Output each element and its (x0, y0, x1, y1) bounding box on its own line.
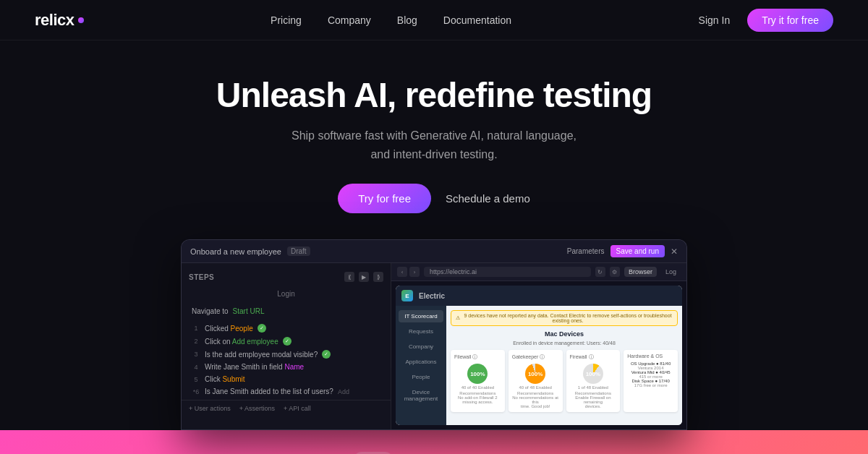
step-5-text: Click Submit (205, 375, 245, 383)
app-topbar: Onboard a new employee Draft Parameters … (182, 240, 686, 263)
nav-links: Pricing Company Blog Documentation (271, 14, 511, 27)
app-draft-badge: Draft (287, 247, 310, 256)
login-label: Login (189, 290, 383, 298)
inner-card-gatekeeper: Gatekeeper ⓘ 100% 40 of 48 Enabled Recom… (509, 350, 563, 412)
inner-sidebar-people[interactable]: People (399, 371, 443, 383)
nav-company[interactable]: Company (328, 14, 371, 26)
browser-refresh-button[interactable]: ↻ (595, 267, 605, 277)
step-1-num: 1 (192, 325, 200, 332)
nav-actions: Sign In Try it for free (699, 9, 833, 32)
inner-mac-devices-title: Mac Devices (451, 330, 678, 338)
inner-card-filewall: Filewall ⓘ 100% 40 of 40 Enabled Recomme… (451, 350, 505, 412)
browser-toolbar: ‹ › https://electric.ai ↻ ⚙ Browser Log (391, 263, 686, 281)
inner-alert: ⚠ 9 devices have not reported any data. … (451, 310, 678, 326)
play-icon[interactable]: ▶ (359, 272, 369, 282)
nav-pricing[interactable]: Pricing (271, 14, 302, 26)
browser-back-button[interactable]: ‹ (397, 267, 407, 277)
logo: relicx (35, 11, 84, 30)
app-title-area: Onboard a new employee Draft (190, 247, 310, 256)
steps-label: Steps (189, 273, 214, 281)
navigate-section: Navigate to Start URL (182, 303, 391, 320)
assertions-tag[interactable]: Assertions (239, 405, 275, 412)
bottom-brand-name: Relicx (408, 450, 514, 454)
card-filewall-circle: 100% (467, 364, 488, 384)
navigate-label: Navigate to (192, 307, 229, 315)
step-5-num: 5 (192, 376, 200, 383)
app-title: Onboard a new employee (190, 247, 281, 256)
step-3-check: ✓ (322, 350, 331, 359)
inner-card-hardware: Hardware & OS OS Upgrade ● 81/40 Ventura… (624, 350, 678, 412)
start-url-link[interactable]: Start URL (233, 307, 265, 315)
step-1: 1 Clicked People ✓ (189, 322, 383, 335)
hero-section: Unleash AI, redefine testing Ship softwa… (0, 40, 868, 430)
hero-buttons: Try for free Schedule a demo (0, 184, 868, 213)
step-4: 4 Write Jane Smith in field Name (189, 361, 383, 373)
browser-url-bar[interactable]: https://electric.ai (424, 267, 591, 277)
sign-in-link[interactable]: Sign In (699, 14, 731, 26)
hero-subheadline: Ship software fast with Generative AI, n… (0, 127, 868, 163)
browser-forward-button[interactable]: › (409, 267, 420, 277)
inner-cards-row: Filewall ⓘ 100% 40 of 40 Enabled Recomme… (451, 350, 678, 412)
card-firewall-title: Firewall ⓘ (570, 354, 617, 361)
inner-app-name: Electric (419, 292, 445, 300)
parameters-button[interactable]: Parameters (567, 247, 605, 255)
browser-panel: ‹ › https://electric.ai ↻ ⚙ Browser Log (391, 263, 686, 429)
logo-dot-icon (78, 17, 84, 23)
step-1-check: ✓ (258, 324, 266, 333)
browser-tab[interactable]: Browser (624, 267, 657, 277)
user-actions-tag[interactable]: User actions (189, 405, 231, 412)
step-4-text: Write Jane Smith in field Name (205, 363, 304, 371)
step-2: 2 Click on Add employee ✓ (189, 335, 383, 348)
inner-topbar: E Electric (396, 286, 682, 306)
step-2-num: 2 (192, 338, 200, 345)
inner-sidebar-scorecard[interactable]: IT Scorecard (399, 310, 443, 322)
api-call-tag[interactable]: API call (284, 405, 311, 412)
browser-settings-button[interactable]: ⚙ (610, 267, 620, 277)
log-tab[interactable]: Log (661, 267, 681, 277)
inner-main: ⚠ 9 devices have not reported any data. … (446, 306, 682, 425)
navigate-item: Navigate to Start URL (189, 305, 383, 317)
step-6-add[interactable]: Add (338, 388, 349, 395)
inner-sidebar-device[interactable]: Device management (399, 386, 443, 405)
inner-app: E Electric IT Scorecard Requests Company… (396, 286, 682, 425)
fast-forward-icon[interactable]: ⟫ (373, 272, 383, 282)
nav-try-free-button[interactable]: Try it for free (747, 9, 833, 32)
inner-mac-devices-sub: Enrolled in device management: Users: 40… (451, 340, 678, 346)
step-2-text: Click on Add employee (205, 338, 278, 346)
hero-try-free-button[interactable]: Try for free (338, 184, 431, 213)
step-2-check: ✓ (283, 337, 292, 346)
card-hardware-details: OS Upgrade ● 81/40 Ventura 2014 Ventura … (627, 361, 674, 387)
add-employee-section: 1 Clicked People ✓ 2 Click on Add employ… (182, 320, 391, 400)
card-firewall-recommendation: RecommendationsEnable Firewall on remain… (570, 391, 617, 408)
step-actions-bar: User actions Assertions API call (182, 400, 391, 416)
browser-tab-buttons: Browser Log (624, 267, 681, 277)
card-firewall-circle: 100% (583, 364, 603, 384)
inner-logo-mark: E (401, 290, 413, 301)
step-6: *6 Is Jane Smith added to the list of us… (189, 385, 383, 398)
login-section: Login (182, 288, 391, 303)
nav-blog[interactable]: Blog (397, 14, 417, 26)
step-3-text: Is the add employee modal visible? (205, 351, 318, 359)
card-gatekeeper-title: Gatekeeper ⓘ (512, 354, 559, 361)
rewind-icon[interactable]: ⟪ (344, 272, 354, 282)
hero-headline: Unleash AI, redefine testing (0, 75, 868, 115)
save-run-button[interactable]: Save and run (610, 245, 665, 257)
app-preview-wrapper: Onboard a new employee Draft Parameters … (181, 239, 687, 430)
steps-icons: ⟪ ▶ ⟫ (344, 272, 383, 282)
close-button[interactable]: ✕ (671, 247, 678, 257)
inner-sidebar-company[interactable]: Company (399, 340, 443, 353)
logo-text: relicx (35, 11, 75, 30)
hero-schedule-demo-link[interactable]: Schedule a demo (446, 192, 530, 205)
inner-card-firewall: Firewall ⓘ 100% 1 of 48 Enabled Recommen… (566, 350, 621, 412)
nav-documentation[interactable]: Documentation (443, 14, 511, 26)
card-filewall-recommendation: RecommendationsNo add-on Filewall 2missi… (454, 391, 501, 404)
inner-sidebar: IT Scorecard Requests Company Applicatio… (396, 306, 446, 425)
card-filewall-rec: 40 of 40 Enabled (454, 385, 501, 390)
inner-sidebar-applications[interactable]: Applications (399, 356, 443, 368)
app-content: Steps ⟪ ▶ ⟫ Login Navigate to Sta (182, 263, 686, 429)
card-gatekeeper-rec: 40 of 48 Enabled (512, 385, 559, 390)
step-6-num: *6 (192, 388, 200, 395)
inner-sidebar-requests[interactable]: Requests (399, 325, 443, 338)
app-preview: Onboard a new employee Draft Parameters … (181, 239, 687, 430)
steps-panel: Steps ⟪ ▶ ⟫ Login Navigate to Sta (182, 263, 391, 429)
